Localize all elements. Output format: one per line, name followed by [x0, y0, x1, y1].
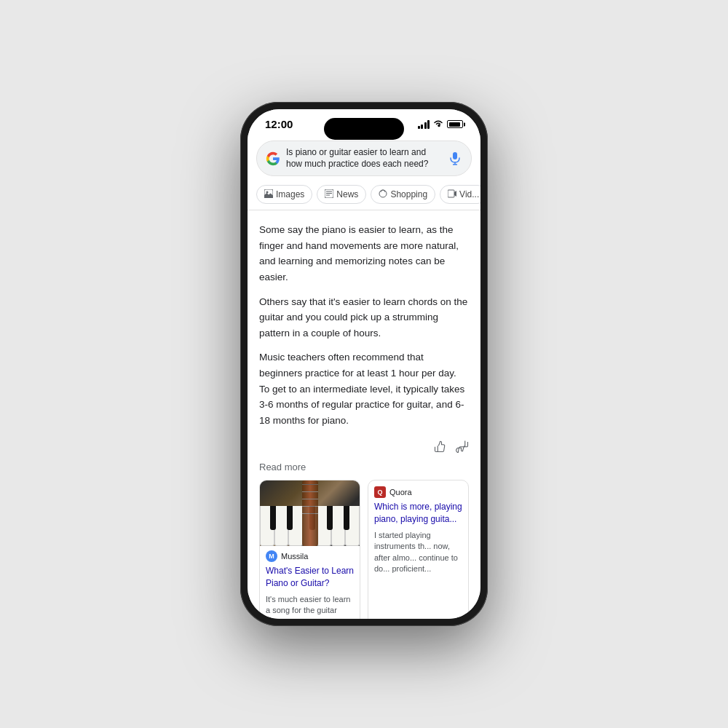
google-logo: [266, 151, 280, 166]
wifi-icon: [433, 119, 443, 130]
read-more-label[interactable]: Read more: [259, 462, 469, 480]
feedback-row: [259, 437, 469, 462]
news-icon: [325, 189, 333, 199]
mussila-card-desc: It's much easier to learn a song for the…: [260, 593, 360, 619]
signal-icon: [418, 120, 430, 129]
thumbs-down-button[interactable]: [456, 440, 469, 456]
images-icon: [264, 189, 273, 199]
quora-source-name: Quora: [389, 488, 412, 496]
search-bar-wrapper: Is piano or guitar easier to learn and h…: [248, 135, 480, 182]
card-quora-source: Q Quora: [368, 480, 468, 499]
dynamic-island: [324, 118, 404, 140]
svg-rect-10: [448, 190, 454, 197]
tab-shopping[interactable]: Shopping: [371, 185, 435, 204]
phone-frame: 12:00: [240, 102, 488, 626]
tab-news[interactable]: News: [317, 185, 366, 204]
quora-card-desc: I started playing instruments th... now,…: [368, 529, 468, 581]
svg-rect-0: [453, 152, 457, 159]
battery-icon: [447, 120, 463, 128]
tab-shopping-label: Shopping: [390, 189, 427, 199]
cards-row: M Mussila What's Easier to Learn Piano o…: [259, 480, 469, 619]
svg-point-4: [266, 191, 269, 194]
card-mussila-image: [260, 480, 360, 546]
mic-icon[interactable]: [448, 151, 462, 166]
main-content: Some say the piano is easier to learn, a…: [248, 210, 480, 619]
mussila-icon: M: [266, 550, 277, 562]
phone-screen: 12:00: [248, 109, 480, 619]
card-quora[interactable]: Q Quora Which is more, playing piano, pl…: [368, 480, 469, 619]
card-mussila[interactable]: M Mussila What's Easier to Learn Piano o…: [259, 480, 360, 619]
quora-icon: Q: [374, 486, 386, 498]
search-bar[interactable]: Is piano or guitar easier to learn and h…: [256, 141, 472, 176]
summary-paragraph-3: Music teachers often recommend that begi…: [259, 349, 469, 428]
tab-images-label: Images: [276, 189, 304, 199]
video-icon: [448, 189, 456, 199]
tab-news-label: News: [336, 189, 358, 199]
tab-videos-label: Vid...: [459, 189, 479, 199]
search-query-text: Is piano or guitar easier to learn and h…: [286, 147, 442, 170]
shopping-icon: [379, 189, 387, 199]
quora-card-title: Which is more, playing piano, playing gu…: [368, 499, 468, 529]
mussila-source-name: Mussila: [281, 552, 308, 561]
summary-paragraph-1: Some say the piano is easier to learn, a…: [259, 222, 469, 285]
summary-paragraph-2: Others say that it's easier to learn cho…: [259, 294, 469, 341]
thumbs-up-button[interactable]: [434, 440, 447, 456]
status-time: 12:00: [265, 118, 293, 130]
tab-videos[interactable]: Vid...: [440, 185, 480, 204]
filter-tabs: Images News: [248, 182, 480, 210]
tab-images[interactable]: Images: [256, 185, 312, 204]
card-mussila-source: M Mussila: [260, 546, 360, 563]
status-icons: [418, 119, 464, 130]
ai-summary: Some say the piano is easier to learn, a…: [259, 222, 469, 428]
mussila-card-title: What's Easier to Learn Piano or Guitar?: [260, 563, 360, 593]
svg-point-9: [379, 190, 387, 197]
